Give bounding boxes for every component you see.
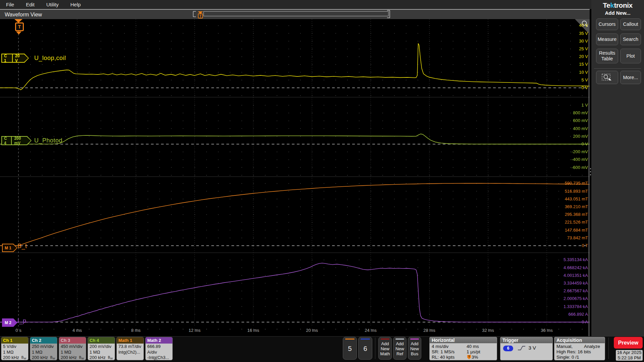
- source-5-stripe: [345, 339, 355, 340]
- math2-badge-title: Math 2: [146, 337, 172, 344]
- math1-badge-title: Math 1: [117, 337, 144, 344]
- ch4-badge-title: Ch 4: [88, 337, 115, 344]
- trace-math1[interactable]: [0, 183, 590, 246]
- add-math-stripe: [381, 339, 389, 340]
- overview-trigger-letter: T: [199, 14, 201, 18]
- acquisition-panel-title: Acquisition: [554, 337, 605, 343]
- math1-waveform-label: B_t: [17, 243, 27, 250]
- trace-ch1[interactable]: [0, 44, 590, 90]
- datetime-display: 16 Apr 2025 5:22:18 PM: [616, 350, 643, 361]
- waveform-view-tab-bar: Waveform View T: [0, 9, 590, 19]
- math2-badge-label: M 2: [3, 319, 17, 326]
- search-button[interactable]: Search: [620, 34, 641, 45]
- trace-ch4[interactable]: [0, 134, 590, 144]
- overview-trigger-arrow-icon[interactable]: [198, 11, 203, 14]
- splitter-handle[interactable]: [590, 171, 591, 172]
- rising-edge-icon: [517, 345, 526, 351]
- tektronix-logo: Tektronix: [591, 1, 644, 9]
- cursors-button[interactable]: Cursors: [596, 18, 618, 30]
- math1-channel-badge[interactable]: Math 1 73.8 mT/divIntg(Ch2)...: [116, 337, 144, 360]
- ch4-channel-badge[interactable]: Ch 4 200 mV/div1 MΩ 200 kHzBW: [88, 337, 115, 360]
- menu-bar: File Edit Utility Help: [0, 0, 591, 9]
- trigger-position-tail-icon: [16, 32, 21, 35]
- bottom-bar-divider: [608, 338, 609, 359]
- ch2-channel-badge[interactable]: Ch 2 250 mV/div1 MΩ 200 kHzBW: [30, 337, 57, 360]
- source-5-button[interactable]: 5: [343, 337, 357, 360]
- bandwidth-icon: BW: [21, 355, 27, 360]
- right-sidebar: Tektronix Add New... Cursors Callout Mea…: [591, 0, 644, 336]
- ch3-channel-badge[interactable]: Ch 3 450 mV/div1 MΩ 200 kHzBW: [59, 337, 86, 360]
- trace-math2[interactable]: [0, 263, 590, 322]
- ch3-badge-title: Ch 3: [59, 337, 86, 344]
- overview-window-rect[interactable]: [204, 11, 388, 16]
- zoom-select-button[interactable]: [596, 71, 618, 84]
- ch4-badge-scale: 200 mV: [12, 136, 31, 145]
- sidebar-divider: [594, 68, 641, 69]
- trigger-source-pill: 6: [503, 346, 513, 351]
- add-new-bus-button[interactable]: Add New Bus: [408, 337, 421, 360]
- add-bus-stripe: [410, 339, 419, 340]
- overview-left-bracket: [193, 11, 196, 17]
- measure-button[interactable]: Measure: [596, 34, 618, 45]
- ch4-scale-badge[interactable]: C 4200 mV: [1, 136, 32, 145]
- ch1-waveform-label: U_loop,coil: [34, 55, 66, 62]
- bottom-bar-divider: [375, 338, 375, 359]
- plot-right-edge: [589, 19, 589, 336]
- ch1-scale-badge[interactable]: C 120 V: [1, 54, 29, 63]
- ch1-badge-label: C 1: [2, 54, 13, 62]
- bandwidth-icon: BW: [79, 355, 85, 360]
- menu-edit[interactable]: Edit: [26, 2, 35, 7]
- horizontal-panel[interactable]: Horizontal 4 ms/div 40 ms SR: 1 MS/s 1 µ…: [429, 337, 497, 360]
- math1-badge-label: M 1: [3, 244, 17, 251]
- waveform-canvas[interactable]: [0, 19, 590, 336]
- preview-button[interactable]: Preview: [614, 337, 643, 349]
- acquisition-panel[interactable]: Acquisition Manual, Analyze High Res: 16…: [554, 337, 605, 360]
- source-6-button[interactable]: 6: [358, 337, 372, 360]
- magnifier-icon: [581, 20, 589, 28]
- ch4-badge-label: C 4: [2, 137, 12, 144]
- source-6-stripe: [361, 339, 370, 340]
- svg-text:T: T: [468, 355, 470, 358]
- horizontal-panel-title: Horizontal: [430, 337, 497, 343]
- timeline-overview[interactable]: T: [191, 10, 392, 20]
- ch4-waveform-label: U_Photod: [34, 137, 62, 144]
- trigger-flag-icon: T: [467, 355, 472, 360]
- ch2-badge-title: Ch 2: [30, 337, 57, 344]
- trigger-position-marker[interactable]: T: [15, 22, 24, 31]
- menu-utility[interactable]: Utility: [46, 2, 59, 7]
- date-text: 16 Apr 2025: [616, 350, 643, 355]
- menu-file[interactable]: File: [6, 2, 14, 7]
- zoom-select-icon: [601, 73, 613, 82]
- ch1-channel-badge[interactable]: Ch 1 5 V/div1 MΩ 200 kHzBW: [1, 337, 29, 360]
- results-table-button[interactable]: Results Table: [596, 49, 618, 63]
- menu-help[interactable]: Help: [70, 2, 81, 7]
- add-new-ref-button[interactable]: Add New Ref: [393, 337, 407, 360]
- math2-waveform-label: I_p: [17, 317, 26, 324]
- bandwidth-icon: BW: [50, 355, 56, 360]
- splitter-handle[interactable]: [590, 168, 591, 169]
- trigger-level: 3 V: [529, 345, 536, 351]
- ch1-badge-title: Ch 1: [1, 337, 28, 344]
- bandwidth-icon: BW: [108, 355, 113, 360]
- more-button[interactable]: More...: [620, 71, 641, 84]
- trigger-panel-title: Trigger: [500, 337, 552, 343]
- add-new-math-button[interactable]: Add New Math: [378, 337, 392, 360]
- plot-button[interactable]: Plot: [620, 49, 641, 63]
- waveform-view-title: Waveform View: [5, 12, 42, 18]
- add-ref-stripe: [395, 339, 404, 340]
- trigger-panel[interactable]: Trigger 6 3 V: [500, 337, 553, 360]
- time-text: 5:22:18 PM: [616, 355, 643, 361]
- callout-button[interactable]: Callout: [620, 18, 641, 30]
- math2-channel-badge[interactable]: Math 2 666.89 A/div-Intg(Ch3...: [145, 337, 173, 360]
- splitter-handle[interactable]: [590, 174, 591, 175]
- add-new-heading: Add New...: [591, 10, 644, 16]
